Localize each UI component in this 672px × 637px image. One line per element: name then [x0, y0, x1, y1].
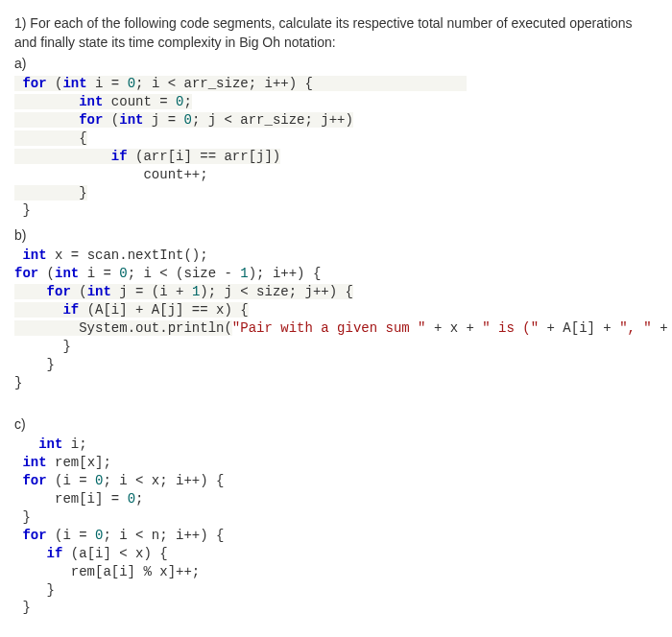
code-block-a: for (int i = 0; i < arr_size; i++) { int… — [14, 75, 658, 220]
part-c-label: c) — [14, 416, 658, 432]
question-text: 1) For each of the following code segmen… — [14, 14, 658, 52]
part-b-label: b) — [14, 227, 658, 243]
code-block-c: int i; int rem[x]; for (i = 0; i < x; i+… — [14, 436, 658, 637]
code-block-b: int x = scan.nextInt(); for (int i = 0; … — [14, 247, 658, 391]
part-a-label: a) — [14, 56, 658, 71]
